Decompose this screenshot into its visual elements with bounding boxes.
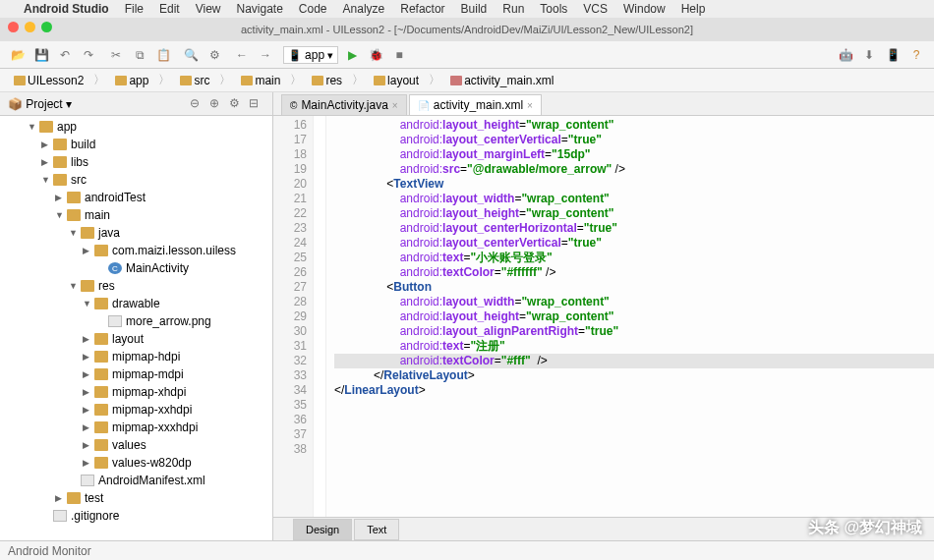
- menu-navigate[interactable]: Navigate: [236, 2, 282, 16]
- tree-item[interactable]: ▶mipmap-xhdpi: [0, 383, 272, 401]
- tree-item[interactable]: ▼drawable: [0, 295, 272, 312]
- chevron-right-icon[interactable]: ▶: [83, 246, 94, 255]
- help-icon[interactable]: ?: [906, 45, 926, 65]
- tree-item[interactable]: CMainActivity: [0, 259, 272, 277]
- paste-icon[interactable]: 📋: [153, 45, 173, 65]
- window-close-button[interactable]: [8, 22, 19, 32]
- open-icon[interactable]: 📂: [8, 45, 28, 65]
- collapse-all-icon[interactable]: ⊖: [190, 96, 205, 112]
- chevron-down-icon[interactable]: ▼: [41, 175, 53, 185]
- code-editor[interactable]: 1617181920212223242526272829303132333435…: [273, 116, 934, 517]
- run-icon[interactable]: ▶: [342, 45, 362, 65]
- editor-tab[interactable]: 📄activity_main.xml×: [409, 94, 542, 115]
- tree-item[interactable]: ▶mipmap-xxxhdpi: [0, 419, 272, 436]
- chevron-down-icon[interactable]: ▼: [83, 299, 94, 308]
- settings-icon[interactable]: ⚙: [204, 45, 224, 65]
- menu-android-studio[interactable]: Android Studio: [24, 2, 109, 16]
- chevron-right-icon[interactable]: ▶: [55, 493, 67, 503]
- chevron-down-icon[interactable]: ▼: [69, 281, 81, 291]
- tree-item[interactable]: ▶libs: [0, 153, 272, 171]
- chevron-right-icon[interactable]: ▶: [83, 422, 94, 432]
- tree-item[interactable]: ▼main: [0, 206, 272, 224]
- tree-item[interactable]: ▶com.maizi.lesson.uiless: [0, 242, 272, 259]
- project-view-select[interactable]: 📦 Project ▾: [8, 97, 72, 111]
- tree-item[interactable]: ▶layout: [0, 330, 272, 348]
- close-icon[interactable]: ×: [527, 100, 533, 111]
- tree-item[interactable]: AndroidManifest.xml: [0, 472, 272, 489]
- chevron-right-icon[interactable]: ▶: [41, 140, 53, 149]
- menu-window[interactable]: Window: [623, 2, 666, 16]
- breadcrumb-item[interactable]: UILesson2: [8, 72, 89, 89]
- target-icon[interactable]: ⊕: [209, 96, 225, 112]
- breadcrumb-item[interactable]: layout: [368, 72, 425, 89]
- menu-analyze[interactable]: Analyze: [343, 2, 385, 16]
- layout-editor-tab-text[interactable]: Text: [354, 519, 399, 540]
- tree-item[interactable]: .gitignore: [0, 507, 272, 525]
- gear-icon[interactable]: ⚙: [229, 96, 245, 112]
- chevron-right-icon[interactable]: ▶: [83, 405, 94, 415]
- debug-icon[interactable]: 🐞: [366, 45, 385, 65]
- undo-icon[interactable]: ↶: [55, 45, 75, 65]
- chevron-right-icon[interactable]: ▶: [83, 387, 94, 397]
- chevron-down-icon[interactable]: ▼: [69, 228, 81, 238]
- chevron-right-icon[interactable]: ▶: [83, 440, 94, 450]
- status-left[interactable]: Android Monitor: [8, 544, 91, 558]
- chevron-down-icon[interactable]: ▼: [55, 210, 67, 220]
- close-icon[interactable]: ×: [392, 100, 398, 111]
- breadcrumb-item[interactable]: activity_main.xml: [444, 72, 559, 89]
- code-content[interactable]: android:layout_height="wrap_content" and…: [326, 116, 934, 517]
- tree-item[interactable]: ▶androidTest: [0, 189, 272, 206]
- cut-icon[interactable]: ✂: [106, 45, 126, 65]
- chevron-right-icon[interactable]: ▶: [55, 193, 67, 202]
- forward-icon[interactable]: →: [256, 45, 275, 65]
- chevron-right-icon[interactable]: ▶: [41, 157, 53, 167]
- tree-item[interactable]: ▶values-w820dp: [0, 454, 272, 472]
- editor-tab[interactable]: ©MainActivity.java×: [281, 94, 407, 115]
- tree-item[interactable]: more_arrow.png: [0, 312, 272, 330]
- sdk-icon[interactable]: ⬇: [859, 45, 879, 65]
- breadcrumb-item[interactable]: app: [109, 72, 154, 89]
- breadcrumb-item[interactable]: res: [306, 72, 348, 89]
- tree-item[interactable]: ▼app: [0, 118, 272, 136]
- stop-icon[interactable]: ■: [389, 45, 409, 65]
- project-tree[interactable]: ▼app▶build▶libs▼src▶androidTest▼main▼jav…: [0, 116, 272, 540]
- tree-item[interactable]: ▶mipmap-xxhdpi: [0, 401, 272, 419]
- back-icon[interactable]: ←: [232, 45, 252, 65]
- tree-item[interactable]: ▶test: [0, 489, 272, 507]
- redo-icon[interactable]: ↷: [79, 45, 98, 65]
- hide-icon[interactable]: ⊟: [249, 96, 264, 112]
- menu-refactor[interactable]: Refactor: [400, 2, 444, 16]
- tree-item[interactable]: ▼java: [0, 224, 272, 242]
- menu-view[interactable]: View: [196, 2, 221, 16]
- tree-item[interactable]: ▶build: [0, 136, 272, 153]
- window-minimize-button[interactable]: [25, 22, 35, 32]
- android-icon[interactable]: 🤖: [836, 45, 855, 65]
- menu-help[interactable]: Help: [681, 2, 706, 16]
- tree-item[interactable]: ▼res: [0, 277, 272, 295]
- tree-item[interactable]: ▶values: [0, 436, 272, 454]
- tree-item[interactable]: ▶mipmap-mdpi: [0, 365, 272, 383]
- menu-run[interactable]: Run: [502, 2, 524, 16]
- chevron-down-icon[interactable]: ▼: [28, 122, 39, 132]
- breadcrumb-item[interactable]: src: [174, 72, 215, 89]
- menu-build[interactable]: Build: [461, 2, 488, 16]
- breadcrumb-item[interactable]: main: [235, 72, 286, 89]
- chevron-right-icon[interactable]: ▶: [83, 352, 94, 362]
- menu-code[interactable]: Code: [299, 2, 327, 16]
- menu-tools[interactable]: Tools: [540, 2, 567, 16]
- tree-item[interactable]: ▶mipmap-hdpi: [0, 348, 272, 365]
- tree-item[interactable]: ▼src: [0, 171, 272, 189]
- menu-edit[interactable]: Edit: [159, 2, 180, 16]
- window-maximize-button[interactable]: [41, 22, 52, 32]
- copy-icon[interactable]: ⧉: [130, 45, 149, 65]
- run-config-select[interactable]: 📱 app ▾: [283, 46, 338, 64]
- avd-icon[interactable]: 📱: [883, 45, 903, 65]
- search-icon[interactable]: 🔍: [181, 45, 201, 65]
- menu-vcs[interactable]: VCS: [583, 2, 608, 16]
- save-icon[interactable]: 💾: [31, 45, 51, 65]
- layout-editor-tab-design[interactable]: Design: [293, 519, 352, 540]
- chevron-right-icon[interactable]: ▶: [83, 458, 94, 468]
- chevron-right-icon[interactable]: ▶: [83, 369, 94, 379]
- menu-file[interactable]: File: [125, 2, 144, 16]
- chevron-right-icon[interactable]: ▶: [83, 334, 94, 344]
